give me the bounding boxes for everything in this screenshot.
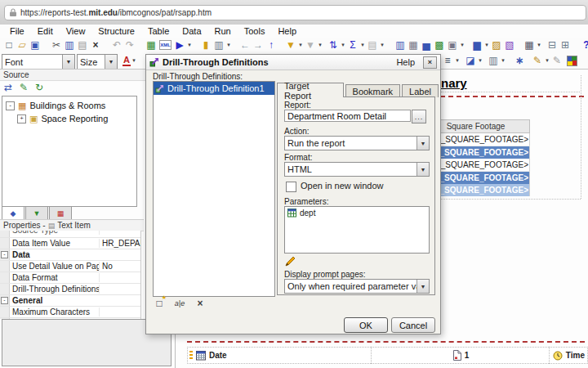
remove-filter-icon[interactable]: ▼ xyxy=(304,38,317,52)
chart-type-caret-icon[interactable]: ▾ xyxy=(483,38,490,52)
chevron-down-icon[interactable]: ▼ xyxy=(416,280,429,293)
apply-layout-style-caret-icon[interactable]: ▾ xyxy=(500,54,506,67)
insert-crosstab-icon[interactable]: ▦ xyxy=(407,38,420,52)
help-icon[interactable]: ? xyxy=(580,38,588,52)
remove-filter-caret-icon[interactable]: ▾ xyxy=(317,38,323,52)
menu-tools[interactable]: Tools xyxy=(238,25,272,37)
insert-repeater-caret-icon[interactable]: ▾ xyxy=(459,38,466,52)
drag-handle[interactable] xyxy=(189,351,193,360)
lock-icon[interactable]: ▮ xyxy=(199,38,212,52)
property-row-drill-through[interactable]: Drill-Through Definitions xyxy=(0,284,140,295)
forward-icon[interactable]: → xyxy=(252,38,265,52)
insert-list-icon[interactable]: ▥ xyxy=(394,38,407,52)
open-icon[interactable]: ▱ xyxy=(16,38,29,52)
page-structure-caret-icon[interactable]: ▾ xyxy=(225,38,232,52)
new-definition-button[interactable]: □★ xyxy=(153,297,166,310)
new-icon[interactable]: □ xyxy=(2,38,16,52)
parameter-item[interactable]: dept xyxy=(285,207,429,218)
run-caret-icon[interactable]: ▾ xyxy=(186,38,193,52)
copy-icon[interactable]: ▥ xyxy=(63,38,76,52)
font-family-select[interactable]: Font ▼ xyxy=(2,54,75,70)
section-icon[interactable]: ▤ xyxy=(366,38,379,52)
insert-map-icon[interactable]: ▩ xyxy=(433,38,446,52)
paste-icon[interactable]: ▤ xyxy=(76,38,89,52)
property-group-row[interactable]: - Data xyxy=(0,249,140,261)
font-size-select[interactable]: Size ▼ xyxy=(77,54,118,70)
run-icon[interactable]: ▶ xyxy=(173,38,186,52)
menu-table[interactable]: Table xyxy=(141,25,176,37)
edit-package-icon[interactable]: ✎ xyxy=(17,81,30,94)
font-color-caret[interactable]: ▾ xyxy=(131,54,137,67)
clear-style-icon[interactable]: ✎ xyxy=(550,54,564,67)
action-select[interactable]: Run the report ▼ xyxy=(284,136,430,150)
insert-image-icon[interactable]: ▧ xyxy=(503,38,516,52)
property-row[interactable]: Use Detail Value on Page No xyxy=(0,261,140,272)
validate-icon[interactable]: ▦ xyxy=(145,38,158,52)
filter-icon[interactable]: ▼ xyxy=(284,38,297,52)
sort-caret-icon[interactable]: ▾ xyxy=(340,38,346,52)
chevron-down-icon[interactable]: ▼ xyxy=(62,55,74,69)
conditional-styles-icon[interactable] xyxy=(567,56,577,66)
section-caret-icon[interactable]: ▾ xyxy=(379,38,385,52)
menu-edit[interactable]: Edit xyxy=(31,25,60,37)
tab-bookmark[interactable]: Bookmark xyxy=(345,84,401,97)
property-row[interactable]: Data Format xyxy=(0,272,140,284)
footers-icon[interactable]: ⊞ xyxy=(559,38,572,52)
back-icon[interactable]: ← xyxy=(238,38,252,52)
rename-definition-button[interactable]: a|e xyxy=(173,297,186,310)
tree-item-space-reporting[interactable]: + ▣ Space Reporting xyxy=(2,112,136,125)
pick-style-icon[interactable]: ◪ xyxy=(464,54,477,67)
headers-icon[interactable]: ⊟ xyxy=(546,38,559,52)
menu-file[interactable]: File xyxy=(3,25,31,37)
close-icon[interactable]: × xyxy=(423,56,437,69)
summarize-icon[interactable]: Σ xyxy=(346,38,359,52)
dialog-title-bar[interactable]: Drill-Through Definitions Help × xyxy=(146,55,440,70)
filter-caret-icon[interactable]: ▾ xyxy=(297,38,304,52)
parameters-listbox[interactable]: dept xyxy=(284,206,430,254)
undo-icon[interactable]: ↶ xyxy=(110,38,123,52)
spacing-icon[interactable]: ≡ xyxy=(441,54,454,67)
expand-icon[interactable]: + xyxy=(17,114,26,123)
chevron-down-icon[interactable]: ▼ xyxy=(416,137,429,150)
tree-item-buildings-rooms[interactable]: - ▦ Buildings & Rooms xyxy=(2,99,136,112)
select-ancestor-icon[interactable]: ∗ xyxy=(513,54,526,67)
style-pencil-caret-icon[interactable]: ▾ xyxy=(544,54,550,67)
delete-definition-button[interactable]: × xyxy=(194,297,207,310)
property-row[interactable]: Source Type xyxy=(0,231,140,238)
xml-icon[interactable]: XML xyxy=(159,40,172,50)
dialog-help-link[interactable]: Help xyxy=(396,57,415,67)
menu-help[interactable]: Help xyxy=(271,25,303,37)
tab-target-report[interactable]: Target Report xyxy=(277,83,344,97)
redo-icon[interactable]: ↷ xyxy=(123,38,136,52)
spacing-caret-icon[interactable]: ▾ xyxy=(454,54,461,67)
insert-repeater-icon[interactable]: ▣ xyxy=(446,38,459,52)
insertable-objects-icon[interactable]: ⇄ xyxy=(2,81,15,94)
menu-data[interactable]: Data xyxy=(176,25,207,37)
footer-page-number-cell[interactable]: 1 xyxy=(371,347,550,364)
collapse-icon[interactable]: - xyxy=(6,101,15,110)
open-new-window-checkbox[interactable] xyxy=(286,182,296,192)
chevron-down-icon[interactable]: ▼ xyxy=(105,55,117,69)
tab-conditions[interactable]: ▦ xyxy=(49,206,72,220)
footer-date-cell[interactable]: Date xyxy=(187,347,372,364)
footer-time-cell[interactable]: Time xyxy=(549,347,588,364)
style-pencil-icon[interactable]: ✎ xyxy=(531,54,544,67)
cancel-button[interactable]: Cancel xyxy=(391,317,435,333)
template-icon[interactable]: ▨ xyxy=(490,38,503,52)
menu-structure[interactable]: Structure xyxy=(91,25,141,37)
page-structure-icon[interactable]: ▥ xyxy=(212,38,225,52)
tab-queries[interactable]: ▼ xyxy=(25,206,48,220)
sort-icon[interactable]: ⇅ xyxy=(327,38,340,52)
definition-list-item[interactable]: Drill-Through Definition1 xyxy=(154,82,274,95)
report-title-fragment[interactable]: nary xyxy=(441,76,467,90)
ok-button[interactable]: OK xyxy=(344,317,388,333)
report-field[interactable]: Department Room Detail xyxy=(284,110,411,122)
apply-layout-style-icon[interactable]: ▥ xyxy=(487,54,500,67)
go-up-icon[interactable]: ↑ xyxy=(265,38,278,52)
property-row[interactable]: Maximum Characters xyxy=(0,307,140,318)
table-icon[interactable]: ▦ xyxy=(523,38,536,52)
chart-type-icon[interactable]: ▆ xyxy=(470,38,483,52)
display-prompt-select[interactable]: Only when required parameter values are … xyxy=(284,279,430,294)
table-caret-icon[interactable]: ▾ xyxy=(536,38,542,52)
definitions-listbox[interactable]: Drill-Through Definition1 xyxy=(153,81,275,297)
